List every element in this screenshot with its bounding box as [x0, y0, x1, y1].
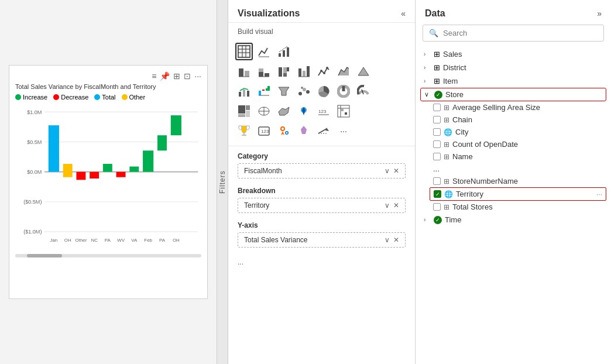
viz-icons-row-3 [235, 83, 408, 100]
viz-icon-filled-map[interactable] [275, 102, 293, 120]
svg-rect-90 [341, 109, 344, 111]
svg-marker-68 [279, 87, 289, 95]
field-well-yaxis-chevron-icon[interactable]: ∨ [385, 236, 390, 244]
field-well-category-chevron-icon[interactable]: ∨ [385, 167, 390, 175]
tree-label-district: District [443, 63, 466, 72]
viz-icon-mountain[interactable] [355, 63, 372, 80]
svg-rect-45 [265, 73, 269, 77]
table-icon-chain: ⊞ [444, 116, 449, 124]
svg-text:123: 123 [318, 109, 327, 114]
tree-child-dots: ... [430, 163, 606, 175]
viz-icon-azure-map[interactable] [295, 102, 313, 120]
viz-icon-card[interactable]: 123 [255, 122, 273, 140]
svg-point-69 [298, 92, 302, 95]
tree-item-item[interactable]: › ⊞ Item [420, 74, 606, 88]
search-box[interactable]: 🔍 [423, 25, 604, 42]
viz-icon-analytics[interactable] [275, 43, 293, 60]
legend-other: Other [122, 94, 146, 101]
viz-icon-bar[interactable] [235, 63, 253, 80]
svg-rect-31 [238, 46, 250, 57]
viz-icon-arrow[interactable] [315, 122, 332, 140]
viz-icon-stacked-bar[interactable] [255, 63, 273, 80]
field-well-yaxis-close-icon[interactable]: ✕ [393, 236, 399, 244]
viz-icon-trophy[interactable] [235, 122, 253, 140]
tree-child-chain[interactable]: ⊞ Chain [430, 114, 606, 126]
tree-item-district[interactable]: › ⊞ District [420, 61, 606, 74]
checkbox-city[interactable] [433, 128, 441, 136]
svg-rect-53 [307, 66, 310, 77]
toolbar-filter-icon[interactable]: ⊞ [173, 71, 180, 81]
tree-child-city[interactable]: 🌐 City [430, 126, 606, 138]
toolbar-hamburger-icon[interactable]: ≡ [152, 71, 156, 81]
toolbar-expand-icon[interactable]: ⊡ [184, 71, 191, 81]
viz-collapse-button[interactable]: « [401, 9, 406, 18]
viz-icon-donut[interactable] [335, 83, 352, 100]
checkbox-chain[interactable] [433, 116, 441, 123]
checkbox-storenumber[interactable] [433, 177, 441, 185]
field-well-category-input[interactable]: FiscalMonth ∨ ✕ [238, 163, 406, 178]
tree-item-sales[interactable]: › ⊞ Sales [420, 47, 606, 61]
svg-text:VA: VA [131, 238, 138, 243]
viz-icon-waterfall[interactable] [255, 83, 273, 100]
viz-icon-pie[interactable] [315, 83, 332, 100]
tree-item-time[interactable]: › ✓ Time [420, 213, 606, 226]
viz-icon-gauge[interactable] [355, 83, 372, 100]
tree-child-avg-selling[interactable]: ⊞ Average Selling Area Size [430, 101, 606, 114]
field-well-yaxis-input[interactable]: Total Sales Variance ∨ ✕ [238, 232, 406, 248]
svg-rect-20 [171, 115, 181, 135]
viz-icon-funnel[interactable] [275, 83, 293, 100]
field-well-category-close-icon[interactable]: ✕ [393, 167, 399, 175]
viz-icon-shape[interactable] [295, 122, 313, 140]
checkbox-totalstores[interactable] [433, 203, 441, 211]
tree-child-opendate[interactable]: ⊞ Count of OpenDate [430, 138, 606, 150]
legend-dot-decrease [53, 94, 59, 100]
svg-text:Other: Other [75, 238, 87, 243]
tree-child-territory[interactable]: ✓ 🌐 Territory ··· [430, 187, 606, 201]
chart-area: ≡ 📌 ⊞ ⊡ ··· Total Sales Variance by Fisc… [0, 0, 217, 364]
field-well-breakdown-close-icon[interactable]: ✕ [393, 201, 399, 210]
checkbox-name[interactable] [433, 153, 441, 160]
territory-more-icon[interactable]: ··· [596, 190, 602, 198]
checkbox-opendate[interactable] [433, 140, 441, 148]
viz-icon-column[interactable] [295, 63, 313, 80]
field-well-yaxis-label: Y-axis [238, 221, 406, 229]
viz-icon-line[interactable] [315, 63, 332, 80]
data-expand-button[interactable]: » [597, 9, 602, 18]
field-well-breakdown-chevron-icon[interactable]: ∨ [385, 201, 390, 210]
svg-rect-16 [116, 172, 126, 177]
viz-icon-line-chart[interactable] [255, 43, 273, 60]
toolbar-pin-icon[interactable]: 📌 [160, 71, 170, 81]
viz-icon-100-stacked[interactable] [275, 63, 293, 80]
viz-icon-table[interactable] [235, 43, 253, 60]
toolbar-more-icon[interactable]: ··· [194, 71, 201, 81]
viz-icon-area[interactable] [335, 63, 352, 80]
viz-icon-more[interactable]: ··· [335, 122, 352, 140]
field-more-button[interactable]: ... [238, 256, 406, 269]
chart-scrollbar-thumb[interactable] [27, 254, 62, 257]
search-input[interactable] [443, 29, 598, 37]
viz-icon-scatter[interactable] [295, 83, 313, 100]
viz-icon-combo[interactable] [235, 83, 253, 100]
svg-rect-18 [143, 150, 153, 171]
viz-icon-map[interactable] [255, 102, 273, 120]
legend-decrease: Decrease [53, 94, 88, 101]
svg-rect-79 [246, 111, 250, 117]
svg-marker-102 [325, 128, 329, 131]
svg-text:$0.5M: $0.5M [27, 139, 42, 145]
viz-icon-kpi[interactable]: 123 [315, 102, 332, 120]
field-well-breakdown-input[interactable]: Territory ∨ ✕ [238, 198, 406, 213]
tree-item-store[interactable]: ∨ ✓ Store [420, 88, 606, 101]
viz-icon-location[interactable] [275, 122, 293, 140]
tree-child-storenumber[interactable]: ⊞ StoreNumberName [430, 175, 606, 187]
checkbox-territory[interactable]: ✓ [434, 190, 441, 198]
svg-rect-40 [239, 68, 243, 77]
svg-rect-50 [287, 67, 289, 71]
checkbox-avg-selling[interactable] [433, 104, 441, 111]
viz-icon-treemap[interactable] [235, 102, 253, 120]
filters-tab[interactable]: Filters [217, 0, 228, 364]
viz-icon-matrix[interactable] [335, 102, 352, 120]
chart-scrollbar[interactable] [15, 254, 201, 257]
tree-child-totalstores[interactable]: ⊞ Total Stores [430, 201, 606, 213]
svg-point-70 [303, 88, 306, 91]
tree-child-name[interactable]: ⊞ Name [430, 150, 606, 163]
